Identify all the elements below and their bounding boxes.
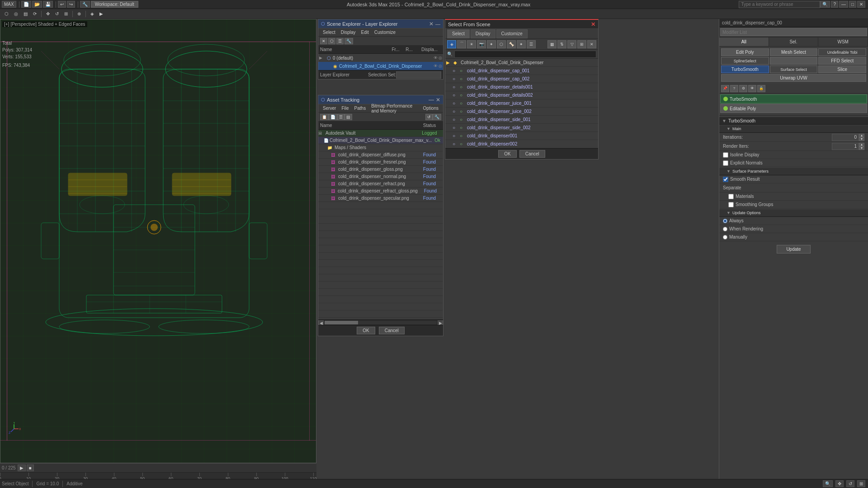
select-sort-icon[interactable]: ⇅ bbox=[557, 40, 566, 48]
toolbar-move[interactable]: ✥ bbox=[43, 10, 52, 17]
mod-tab-all[interactable]: All bbox=[719, 38, 769, 46]
select-cancel-btn[interactable]: Cancel bbox=[519, 150, 545, 158]
smooth-result-checkbox[interactable] bbox=[723, 177, 728, 182]
asset-minimize[interactable]: — bbox=[429, 97, 434, 103]
asset-map-refract-gloss[interactable]: 🖼 cold_drink_dispenser_refract_gloss.png… bbox=[318, 188, 443, 195]
materials-checkbox[interactable] bbox=[728, 194, 734, 199]
uww-map-btn[interactable] bbox=[770, 57, 818, 65]
mod-tab-world[interactable]: WSM bbox=[818, 38, 868, 46]
spline-select-btn[interactable]: SplineSelect bbox=[721, 57, 769, 65]
timeline-play-btn[interactable]: ▶ bbox=[18, 465, 26, 471]
scene-tool-3[interactable]: ☰ bbox=[336, 38, 344, 44]
scroll-track[interactable] bbox=[325, 321, 437, 324]
minimize-btn[interactable]: — bbox=[839, 1, 848, 8]
render-setup-btn[interactable]: 🔧 bbox=[80, 1, 90, 8]
update-options-header[interactable]: ▼ Update Options bbox=[719, 209, 868, 217]
asset-menu-paths[interactable]: Paths bbox=[352, 106, 369, 111]
select-particle-icon[interactable]: ✦ bbox=[517, 40, 526, 48]
asset-cancel-btn[interactable]: Cancel bbox=[379, 327, 405, 334]
scene-menu-display[interactable]: Display bbox=[338, 30, 359, 35]
right-icon-lock[interactable]: 🔒 bbox=[757, 85, 765, 92]
select-x-icon[interactable]: ✕ bbox=[587, 40, 596, 48]
select-options-icon[interactable]: ▽ bbox=[567, 40, 576, 48]
asset-menu-file[interactable]: File bbox=[339, 106, 351, 111]
scene-menu-edit[interactable]: Edit bbox=[359, 30, 372, 35]
stree-details001[interactable]: ○ ○ cold_drink_dispenser_details001 bbox=[445, 83, 598, 91]
asset-scroll-area[interactable]: 🏛 Autodesk Vault Logged 📄 Cofrimell_2_Bo… bbox=[318, 130, 443, 319]
select-tree[interactable]: ▶ ◆ Cofrimell_2_Bowl_Cold_Drink_Dispense… bbox=[445, 59, 598, 148]
stree-cap002[interactable]: ○ ○ cold_drink_dispenser_cap_002 bbox=[445, 75, 598, 83]
stree-side001[interactable]: ○ ○ cold_drink_dispenser_side_001 bbox=[445, 116, 598, 124]
stree-side002[interactable]: ○ ○ cold_drink_dispenser_side_002 bbox=[445, 124, 598, 132]
new-btn[interactable]: 📄 bbox=[21, 1, 31, 8]
asset-map-normal[interactable]: 🖼 cold_drink_dispenser_normal.png Found bbox=[318, 173, 443, 180]
asset-map-diffuse[interactable]: 🖼 cold_drink_dispenser_diffuse.png Found bbox=[318, 151, 443, 159]
manually-radio[interactable] bbox=[723, 235, 727, 239]
select-view-icon[interactable]: ▦ bbox=[547, 40, 557, 48]
asset-ok-btn[interactable]: OK bbox=[357, 327, 375, 334]
turbosmooth-list-btn[interactable]: TurboSmooth bbox=[721, 66, 769, 73]
right-icon-configure[interactable]: ⚙ bbox=[739, 85, 747, 92]
toolbar-snap[interactable]: ⊕ bbox=[75, 10, 84, 17]
scroll-left-btn[interactable]: ◀ bbox=[318, 320, 324, 325]
tree-item-dispenser[interactable]: ◉ Cofrimell_2_Bowl_Cold_Drink_Dispenser … bbox=[318, 62, 443, 70]
select-search-input[interactable] bbox=[454, 51, 596, 58]
scene-tool-2[interactable]: ⬡ bbox=[328, 38, 335, 44]
isoline-checkbox[interactable] bbox=[723, 152, 728, 158]
stack-editable-poly[interactable]: Editable Poly bbox=[720, 104, 867, 113]
scroll-right-btn[interactable]: ▶ bbox=[438, 320, 443, 325]
search-btn[interactable]: 🔍 bbox=[820, 1, 830, 8]
max-btn[interactable]: MAX bbox=[2, 1, 16, 8]
select-tab-select[interactable]: Select bbox=[447, 29, 470, 38]
iterations-down[interactable]: ▼ bbox=[859, 137, 864, 141]
selection-set-input[interactable] bbox=[396, 71, 441, 79]
select-geo-icon[interactable]: ◈ bbox=[447, 40, 456, 48]
asset-scrollbar[interactable]: ◀ ▶ bbox=[318, 319, 443, 325]
iterations-up[interactable]: ▲ bbox=[859, 134, 864, 137]
select-filter-icon[interactable]: ⊞ bbox=[577, 40, 586, 48]
asset-tool-4[interactable]: ▤ bbox=[344, 114, 352, 120]
nav-item-3[interactable]: ▤ bbox=[21, 10, 30, 17]
asset-tool-2[interactable]: 📄 bbox=[329, 114, 337, 120]
smoothing-groups-checkbox[interactable] bbox=[728, 202, 734, 207]
nav-item-2[interactable]: ◎ bbox=[11, 10, 21, 17]
toolbar-material[interactable]: ◈ bbox=[88, 10, 97, 17]
stree-juice002[interactable]: ○ ○ cold_drink_dispenser_juice_002 bbox=[445, 108, 598, 116]
when-rendering-radio[interactable] bbox=[723, 227, 727, 231]
right-icon-help[interactable]: ? bbox=[730, 85, 738, 92]
asset-folder-row[interactable]: 📁 Maps / Shaders bbox=[318, 144, 443, 151]
nav-pan-btn[interactable]: ✥ bbox=[835, 480, 844, 487]
ffd-select-btn[interactable]: FFD Select bbox=[818, 57, 866, 65]
select-panel-close[interactable]: ✕ bbox=[591, 21, 595, 28]
toolbar-rotate[interactable]: ↺ bbox=[52, 10, 61, 17]
undefinable-btn[interactable]: Undefinable Tobi bbox=[818, 48, 866, 56]
stree-cap001[interactable]: ○ ○ cold_drink_dispenser_cap_001 bbox=[445, 67, 598, 75]
close-btn[interactable]: ✕ bbox=[857, 1, 865, 8]
select-light-icon[interactable]: ☀ bbox=[467, 40, 476, 48]
scroll-thumb[interactable] bbox=[325, 321, 358, 324]
stree-details002[interactable]: ○ ○ cold_drink_dispenser_details002 bbox=[445, 91, 598, 99]
asset-menu-options[interactable]: Options bbox=[420, 106, 441, 111]
select-shape-icon[interactable]: ⌒ bbox=[457, 40, 466, 48]
stree-juice001[interactable]: ○ ○ cold_drink_dispenser_juice_001 bbox=[445, 99, 598, 108]
render-iters-input[interactable] bbox=[832, 143, 859, 150]
asset-map-specular[interactable]: 🖼 cold_drink_dispenser_specular.png Foun… bbox=[318, 195, 443, 202]
asset-tool-3[interactable]: ☰ bbox=[337, 114, 344, 120]
open-btn[interactable]: 📂 bbox=[32, 1, 42, 8]
scene-explorer-close[interactable]: ✕ bbox=[429, 21, 434, 27]
asset-file-row[interactable]: 📄 Cofrimell_2_Bowl_Cold_Drink_Dispenser_… bbox=[318, 137, 443, 144]
tree-vis-btn-0[interactable]: 👁 bbox=[434, 56, 438, 60]
edit-poly-btn[interactable]: Edit Poly bbox=[721, 48, 769, 56]
right-icon-pin[interactable]: 📌 bbox=[721, 85, 729, 92]
stack-turbosmooth[interactable]: TurboSmooth bbox=[720, 94, 867, 103]
select-tab-display[interactable]: Display bbox=[471, 29, 495, 38]
help-btn[interactable]: ? bbox=[831, 1, 838, 8]
update-btn[interactable]: Update bbox=[777, 245, 810, 253]
right-icon-hide[interactable]: 👁 bbox=[748, 85, 756, 92]
stree-parent[interactable]: ▶ ◆ Cofrimell_2_Bowl_Cold_Drink_Dispense… bbox=[445, 59, 598, 67]
scene-menu-customize[interactable]: Customize bbox=[372, 30, 398, 35]
maximize-btn[interactable]: □ bbox=[849, 1, 856, 8]
stree-dispenser001[interactable]: ○ ○ cold_drink_dispenser001 bbox=[445, 132, 598, 140]
always-radio[interactable] bbox=[723, 219, 727, 223]
select-camera-icon[interactable]: 📷 bbox=[477, 40, 486, 48]
